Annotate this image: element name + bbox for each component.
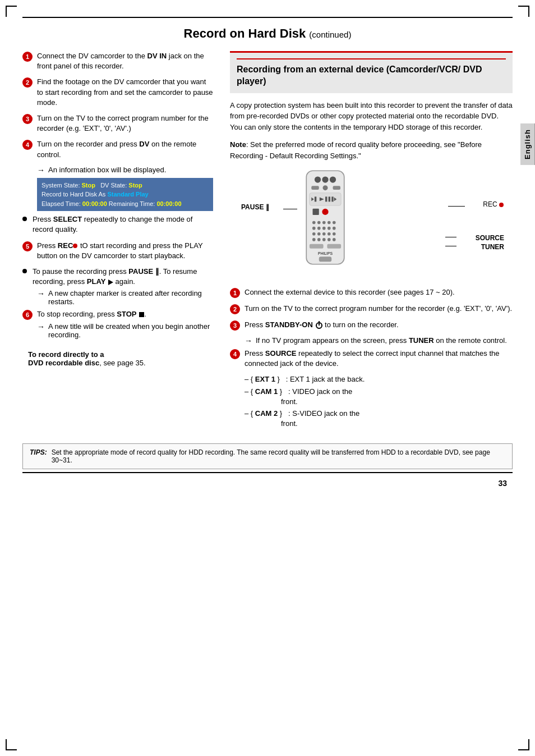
svg-point-27 (312, 232, 316, 236)
remote-svg: PHILIPS (297, 169, 353, 271)
svg-point-21 (333, 221, 336, 224)
svg-rect-12 (329, 196, 330, 201)
rec-label: REC (483, 200, 504, 208)
svg-point-1 (315, 176, 321, 182)
r-step-4-number: 4 (230, 349, 240, 359)
step-2: 2 Find the footage on the DV camcorder t… (22, 77, 213, 108)
pause-bullet (22, 269, 27, 273)
note-text: Note: Set the preferred mode of record q… (230, 139, 513, 161)
step-5-text: Press REC tO start recording and press t… (37, 241, 213, 261)
play-icon (108, 280, 113, 285)
svg-rect-14 (331, 196, 333, 201)
step-6-arrow-text: A new title will be created when you beg… (48, 322, 213, 339)
r-step-3-arrow: → If no TV program appears on the screen… (245, 336, 513, 345)
svg-rect-4 (311, 186, 319, 190)
svg-point-34 (322, 238, 326, 241)
arrow-icon-r3: → (245, 336, 252, 345)
step-6-arrow: → A new title will be created when you b… (37, 322, 213, 339)
r-step-4: 4 Press SOURCE repeatedly to select the … (230, 349, 513, 369)
remote-illustration: PAUSE ‖ REC SOURCE TUNER (230, 169, 513, 282)
step-2-text: Find the footage on the DV camcorder tha… (37, 77, 213, 108)
svg-point-35 (328, 238, 331, 241)
svg-point-29 (322, 232, 326, 236)
svg-point-33 (317, 238, 321, 241)
r-step-2-number: 2 (230, 304, 240, 314)
step-1-text: Connect the DV camcorder to the DV IN ja… (37, 51, 213, 71)
page-title: Record on Hard Disk (continued) (22, 21, 513, 41)
r-step-1-text: Connect the external device to this reco… (245, 287, 513, 297)
r-step-3: 3 Press STANDBY-ON to turn on the record… (230, 320, 513, 331)
title-text: Record on Hard Disk (184, 26, 306, 40)
section-header: Recording from an external device (Camco… (230, 51, 513, 93)
r-step-3-arrow-text: If no TV program appears on the screen, … (256, 336, 507, 345)
r-step-4-text: Press SOURCE repeatedly to select the co… (245, 349, 513, 369)
svg-rect-15 (313, 209, 319, 215)
r-step-3-number: 3 (230, 320, 240, 331)
tuner-label: TUNER (481, 243, 504, 251)
svg-point-3 (330, 176, 336, 182)
svg-point-16 (322, 209, 328, 215)
corner-mark-tl (6, 6, 17, 17)
step-1-number: 1 (22, 52, 33, 62)
svg-rect-40 (319, 256, 332, 262)
arrow-icon-2: → (37, 289, 45, 298)
svg-rect-9 (315, 196, 316, 201)
info-line-2: Record to Hard Disk As Standard Play (41, 190, 209, 199)
dvd-note: To record directly to aDVD recordable di… (28, 350, 213, 367)
cam1-item: – { CAM 1 } : VIDEO jack on the front. (245, 387, 513, 407)
svg-point-22 (312, 227, 316, 230)
svg-rect-11 (325, 196, 327, 201)
r-step-1-number: 1 (230, 288, 240, 298)
pause-line (283, 209, 297, 209)
svg-point-31 (333, 232, 336, 236)
arrow-icon-3: → (37, 322, 45, 331)
r-step-1: 1 Connect the external device to this re… (230, 287, 513, 298)
power-icon (316, 322, 322, 329)
header-red-line (237, 58, 506, 59)
svg-point-18 (317, 221, 321, 224)
svg-point-30 (328, 232, 331, 236)
tips-box: TIPS: Set the appropriate mode of record… (22, 443, 513, 469)
top-border (22, 17, 513, 18)
right-column: Recording from an external device (Camco… (230, 51, 513, 432)
rec-dot (73, 244, 77, 248)
step-4-text: Turn on the recorder and press DV on the… (37, 139, 213, 159)
step-6-text: To stop recording, press STOP . (37, 309, 213, 319)
step-1: 1 Connect the DV camcorder to the DV IN … (22, 51, 213, 71)
source-line (445, 237, 456, 237)
step-3-text: Turn on the TV to the correct program nu… (37, 113, 213, 134)
pause-arrow: → A new chapter marker is created after … (37, 289, 213, 306)
source-label: SOURCE (476, 234, 504, 242)
step-3: 3 Turn on the TV to the correct program … (22, 113, 213, 134)
svg-point-24 (322, 227, 326, 230)
stop-icon (139, 312, 144, 317)
step-2-number: 2 (22, 77, 33, 88)
step-5-number: 5 (22, 241, 33, 251)
dvd-note-text: To record directly to aDVD recordable di… (28, 350, 213, 367)
pause-arrow-text: A new chapter marker is created after re… (48, 289, 213, 306)
pause-label: PAUSE ‖ (241, 203, 269, 211)
source-sub-items: – { EXT 1 } : EXT 1 jack at the back. – … (245, 374, 513, 429)
svg-point-19 (322, 221, 326, 224)
rec-dot-remote (499, 203, 504, 207)
bottom-border (22, 472, 513, 473)
main-content: 1 Connect the DV camcorder to the DV IN … (22, 51, 513, 432)
svg-point-28 (317, 232, 321, 236)
svg-point-32 (312, 238, 316, 241)
corner-mark-br (518, 739, 529, 750)
cam2-item: – { CAM 2 } : S-VIDEO jack on the front. (245, 409, 513, 429)
svg-point-23 (317, 227, 321, 230)
svg-rect-38 (327, 244, 341, 249)
corner-mark-tr (518, 6, 529, 17)
left-column: 1 Connect the DV camcorder to the DV IN … (22, 51, 213, 432)
step-5: 5 Press REC tO start recording and press… (22, 241, 213, 261)
tuner-line (445, 246, 456, 246)
svg-text:PHILIPS: PHILIPS (318, 251, 333, 255)
language-tab: English (520, 123, 535, 165)
svg-point-2 (322, 176, 328, 182)
svg-point-17 (312, 221, 316, 224)
corner-mark-bl (6, 739, 17, 750)
tips-label: TIPS: (30, 448, 47, 456)
step-4-arrow-text: An information box will be displayed. (48, 166, 166, 174)
step-6-number: 6 (22, 310, 33, 320)
